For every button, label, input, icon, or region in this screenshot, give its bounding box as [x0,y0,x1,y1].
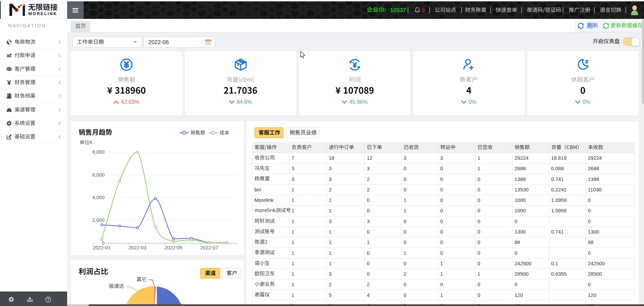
svg-text:15: 15 [207,42,210,45]
svg-text:?: ? [47,298,50,302]
